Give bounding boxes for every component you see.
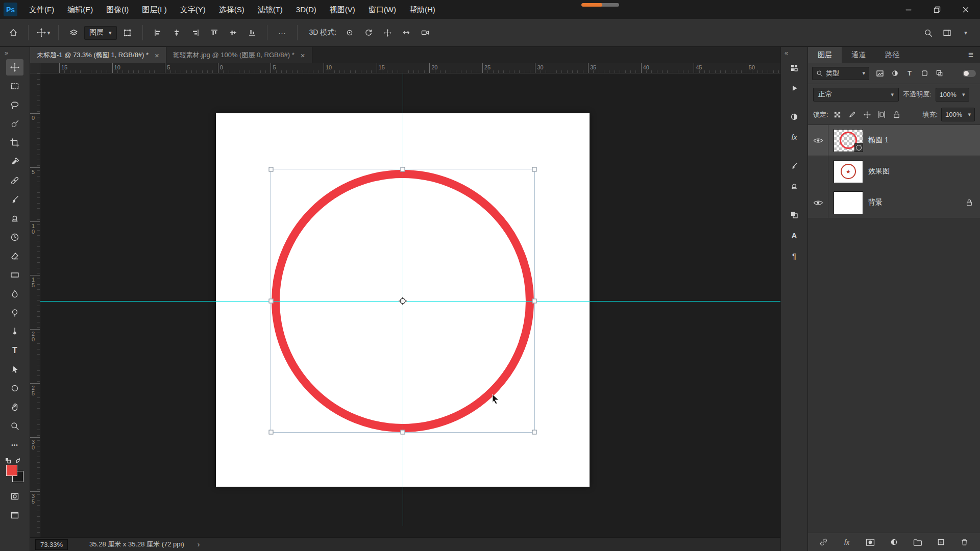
paragraph-panel-icon[interactable]: ¶: [786, 248, 802, 263]
pen-tool[interactable]: [6, 323, 23, 340]
menu-select[interactable]: 选择(S): [212, 0, 251, 19]
search-icon[interactable]: [920, 24, 936, 41]
filter-pixel-layers-icon[interactable]: [873, 67, 887, 80]
align-middle-vertical-icon[interactable]: [225, 24, 241, 41]
new-adjustment-layer-icon[interactable]: [887, 536, 900, 549]
transform-handle-ne[interactable]: [532, 167, 537, 172]
zoom-tool[interactable]: [6, 418, 23, 434]
menu-layer[interactable]: 图层(L): [135, 0, 173, 19]
spot-healing-brush-tool[interactable]: [6, 172, 23, 189]
menu-help[interactable]: 帮助(H): [403, 0, 442, 19]
layer-name[interactable]: 效果图: [868, 167, 890, 176]
auto-select-layers-icon[interactable]: [65, 24, 82, 41]
filter-smart-objects-icon[interactable]: [933, 67, 946, 80]
3d-orbit-icon[interactable]: [341, 24, 358, 41]
panels-collapse-icon[interactable]: «: [781, 48, 792, 61]
canvas-viewport[interactable]: [40, 73, 780, 537]
3d-roll-icon[interactable]: [360, 24, 377, 41]
layer-thumbnail[interactable]: [834, 130, 863, 152]
workspace-switcher-icon[interactable]: [939, 24, 955, 41]
lock-pixels-icon[interactable]: [847, 109, 858, 120]
more-align-options-icon[interactable]: ···: [274, 24, 290, 41]
opacity-dropdown[interactable]: 100% ▾: [936, 88, 969, 102]
document-tab-material[interactable]: 斑驳素材.jpg @ 100% (图层 0, RGB/8#) * ×: [166, 47, 312, 63]
menu-view[interactable]: 视图(V): [323, 0, 362, 19]
layer-style-fx-icon[interactable]: fx: [840, 536, 853, 549]
lock-transparency-icon[interactable]: [832, 109, 843, 120]
filter-type-layers-icon[interactable]: T: [903, 67, 916, 80]
minimize-button[interactable]: [894, 0, 923, 19]
lock-all-icon[interactable]: [891, 109, 902, 120]
brush-settings-panel-icon[interactable]: [786, 159, 802, 173]
vertical-ruler[interactable]: 05101520253035: [30, 73, 40, 537]
color-panel-icon[interactable]: [786, 208, 802, 222]
add-layer-mask-icon[interactable]: [864, 536, 877, 549]
menu-type[interactable]: 文字(Y): [174, 0, 212, 19]
delete-layer-icon[interactable]: [958, 536, 971, 549]
align-right-icon[interactable]: [187, 24, 204, 41]
path-selection-tool[interactable]: [6, 361, 23, 378]
horizontal-ruler[interactable]: 1510505101520253035404550: [40, 63, 780, 73]
transform-handle-sw[interactable]: [269, 430, 274, 435]
visibility-toggle[interactable]: [808, 125, 828, 156]
toolbar-collapse-icon[interactable]: »: [0, 48, 13, 59]
transform-handle-s[interactable]: [401, 430, 405, 435]
lock-position-icon[interactable]: [862, 109, 873, 120]
close-tab-icon[interactable]: ×: [155, 51, 159, 60]
layer-row-effect[interactable]: ★ 效果图: [808, 156, 980, 187]
workspace-chevron-icon[interactable]: ▾: [958, 24, 974, 41]
type-tool[interactable]: T: [6, 342, 23, 359]
filter-adjustment-layers-icon[interactable]: [888, 67, 901, 80]
panel-menu-icon[interactable]: ≡: [962, 47, 980, 63]
blend-mode-dropdown[interactable]: 正常 ▾: [813, 88, 899, 102]
fill-dropdown[interactable]: 100% ▾: [941, 108, 975, 121]
quick-selection-tool[interactable]: [6, 116, 23, 132]
3d-zoom-camera-icon[interactable]: [417, 24, 433, 41]
actions-panel-icon[interactable]: [786, 81, 802, 95]
dodge-tool[interactable]: [6, 305, 23, 321]
swap-colors-icon[interactable]: [15, 458, 21, 464]
new-layer-icon[interactable]: [935, 536, 948, 549]
close-button[interactable]: [951, 0, 980, 19]
new-group-folder-icon[interactable]: [911, 536, 924, 549]
brush-tool[interactable]: [6, 191, 23, 208]
3d-slide-icon[interactable]: [398, 24, 414, 41]
quick-mask-button[interactable]: [6, 488, 23, 505]
align-top-icon[interactable]: [206, 24, 223, 41]
crop-tool[interactable]: [6, 135, 23, 151]
tab-paths[interactable]: 路径: [875, 47, 909, 63]
align-center-horizontal-icon[interactable]: [168, 24, 185, 41]
home-icon[interactable]: [5, 24, 21, 41]
gradient-tool[interactable]: [6, 267, 23, 283]
link-layers-icon[interactable]: [817, 536, 830, 549]
menu-edit[interactable]: 编辑(E): [61, 0, 100, 19]
tab-channels[interactable]: 通道: [842, 47, 875, 63]
menu-window[interactable]: 窗口(W): [362, 0, 403, 19]
auto-select-target-dropdown[interactable]: 图层 ▾: [84, 26, 117, 40]
filter-type-dropdown[interactable]: 类型 ▾: [812, 67, 869, 80]
default-colors-icon[interactable]: [5, 458, 11, 464]
transform-handle-n[interactable]: [401, 167, 405, 172]
transform-handle-nw[interactable]: [269, 167, 274, 172]
edit-toolbar-icon[interactable]: •••: [6, 437, 23, 453]
menu-image[interactable]: 图像(I): [100, 0, 135, 19]
screen-mode-button[interactable]: [6, 507, 23, 523]
layer-row-background[interactable]: 背景: [808, 187, 980, 218]
filter-toggle[interactable]: [963, 70, 976, 77]
history-brush-tool[interactable]: [6, 229, 23, 245]
blur-tool[interactable]: [6, 286, 23, 302]
eraser-tool[interactable]: [6, 248, 23, 264]
transform-handle-e[interactable]: [532, 298, 537, 303]
visibility-toggle[interactable]: [808, 187, 828, 218]
hand-tool[interactable]: [6, 399, 23, 415]
lock-artboard-icon[interactable]: [876, 109, 888, 120]
transform-handle-se[interactable]: [532, 430, 537, 435]
menu-file[interactable]: 文件(F): [22, 0, 61, 19]
foreground-color-swatch[interactable]: [6, 465, 17, 476]
tab-layers[interactable]: 图层: [808, 47, 842, 63]
restore-button[interactable]: [923, 0, 951, 19]
character-panel-icon[interactable]: A: [786, 228, 802, 242]
document-tab-untitled[interactable]: 未标题-1 @ 73.3% (椭圆 1, RGB/8#) * ×: [30, 47, 166, 63]
zoom-level-field[interactable]: 73.33%: [35, 539, 68, 550]
filter-shape-layers-icon[interactable]: [918, 67, 931, 80]
